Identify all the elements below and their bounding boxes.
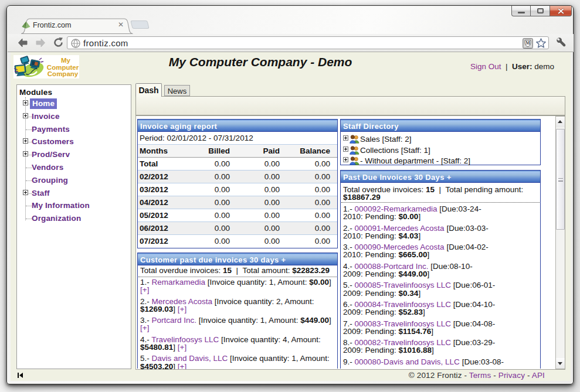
svg-text:Company: Company xyxy=(48,70,79,77)
svg-text:M: M xyxy=(525,40,530,46)
